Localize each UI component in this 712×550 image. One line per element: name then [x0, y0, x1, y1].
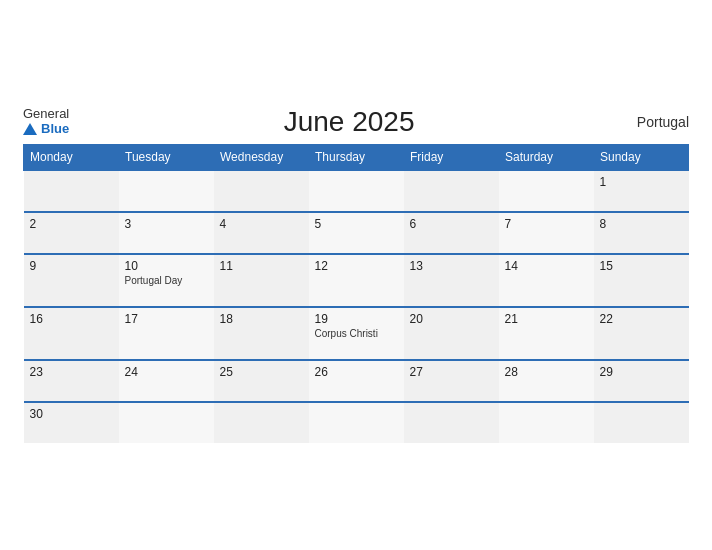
- day-number: 15: [600, 259, 683, 273]
- calendar-cell: [404, 402, 499, 443]
- calendar-week-row: 16171819Corpus Christi202122: [24, 307, 689, 360]
- calendar-cell: 7: [499, 212, 594, 254]
- day-number: 4: [220, 217, 303, 231]
- day-number: 27: [410, 365, 493, 379]
- calendar-cell: 28: [499, 360, 594, 402]
- day-number: 10: [125, 259, 208, 273]
- calendar-title: June 2025: [69, 106, 629, 138]
- calendar-cell: 2: [24, 212, 119, 254]
- calendar-cell: [119, 402, 214, 443]
- calendar-header: General Blue June 2025 Portugal: [23, 106, 689, 138]
- calendar-week-row: 1: [24, 170, 689, 212]
- day-number: 18: [220, 312, 303, 326]
- day-number: 28: [505, 365, 588, 379]
- day-number: 17: [125, 312, 208, 326]
- day-number: 12: [315, 259, 398, 273]
- weekday-header: Thursday: [309, 144, 404, 170]
- calendar-cell: 6: [404, 212, 499, 254]
- calendar-cell: 8: [594, 212, 689, 254]
- calendar-cell: 21: [499, 307, 594, 360]
- day-number: 22: [600, 312, 683, 326]
- weekday-header: Wednesday: [214, 144, 309, 170]
- day-number: 6: [410, 217, 493, 231]
- calendar-cell: 4: [214, 212, 309, 254]
- logo-blue-text: Blue: [23, 122, 69, 136]
- day-number: 20: [410, 312, 493, 326]
- calendar-cell: 23: [24, 360, 119, 402]
- calendar-cell: 29: [594, 360, 689, 402]
- calendar-wrapper: General Blue June 2025 Portugal MondayTu…: [11, 96, 701, 455]
- calendar-cell: 14: [499, 254, 594, 307]
- weekday-header: Friday: [404, 144, 499, 170]
- logo-triangle-icon: [23, 123, 37, 135]
- calendar-cell: 9: [24, 254, 119, 307]
- calendar-cell: [499, 402, 594, 443]
- calendar-cell: 19Corpus Christi: [309, 307, 404, 360]
- calendar-week-row: 910Portugal Day1112131415: [24, 254, 689, 307]
- calendar-cell: 30: [24, 402, 119, 443]
- calendar-cell: 20: [404, 307, 499, 360]
- calendar-cell: [309, 402, 404, 443]
- calendar-cell: 16: [24, 307, 119, 360]
- day-number: 11: [220, 259, 303, 273]
- calendar-cell: [309, 170, 404, 212]
- day-number: 26: [315, 365, 398, 379]
- weekday-header: Monday: [24, 144, 119, 170]
- calendar-cell: 3: [119, 212, 214, 254]
- day-number: 13: [410, 259, 493, 273]
- day-number: 7: [505, 217, 588, 231]
- calendar-cell: 25: [214, 360, 309, 402]
- calendar-cell: 10Portugal Day: [119, 254, 214, 307]
- logo-general-text: General: [23, 107, 69, 121]
- calendar-country: Portugal: [629, 114, 689, 130]
- calendar-cell: 24: [119, 360, 214, 402]
- day-number: 24: [125, 365, 208, 379]
- day-number: 9: [30, 259, 113, 273]
- calendar-cell: [24, 170, 119, 212]
- day-number: 8: [600, 217, 683, 231]
- calendar-cell: 11: [214, 254, 309, 307]
- day-number: 25: [220, 365, 303, 379]
- day-number: 2: [30, 217, 113, 231]
- weekday-header: Tuesday: [119, 144, 214, 170]
- calendar-cell: [404, 170, 499, 212]
- calendar-grid: MondayTuesdayWednesdayThursdayFridaySatu…: [23, 144, 689, 443]
- weekday-header-row: MondayTuesdayWednesdayThursdayFridaySatu…: [24, 144, 689, 170]
- weekday-header: Sunday: [594, 144, 689, 170]
- calendar-cell: [499, 170, 594, 212]
- day-number: 19: [315, 312, 398, 326]
- calendar-week-row: 2345678: [24, 212, 689, 254]
- calendar-cell: 12: [309, 254, 404, 307]
- day-number: 14: [505, 259, 588, 273]
- day-number: 21: [505, 312, 588, 326]
- calendar-cell: [594, 402, 689, 443]
- calendar-cell: 15: [594, 254, 689, 307]
- calendar-cell: 27: [404, 360, 499, 402]
- calendar-week-row: 30: [24, 402, 689, 443]
- calendar-cell: 17: [119, 307, 214, 360]
- weekday-header: Saturday: [499, 144, 594, 170]
- calendar-cell: 1: [594, 170, 689, 212]
- day-number: 3: [125, 217, 208, 231]
- calendar-cell: 26: [309, 360, 404, 402]
- day-number: 16: [30, 312, 113, 326]
- logo: General Blue: [23, 107, 69, 136]
- holiday-label: Corpus Christi: [315, 328, 398, 339]
- day-number: 1: [600, 175, 683, 189]
- day-number: 30: [30, 407, 113, 421]
- calendar-cell: 13: [404, 254, 499, 307]
- holiday-label: Portugal Day: [125, 275, 208, 286]
- calendar-cell: 18: [214, 307, 309, 360]
- calendar-cell: [119, 170, 214, 212]
- calendar-week-row: 23242526272829: [24, 360, 689, 402]
- calendar-cell: 5: [309, 212, 404, 254]
- day-number: 5: [315, 217, 398, 231]
- day-number: 23: [30, 365, 113, 379]
- calendar-cell: 22: [594, 307, 689, 360]
- calendar-cell: [214, 402, 309, 443]
- day-number: 29: [600, 365, 683, 379]
- calendar-cell: [214, 170, 309, 212]
